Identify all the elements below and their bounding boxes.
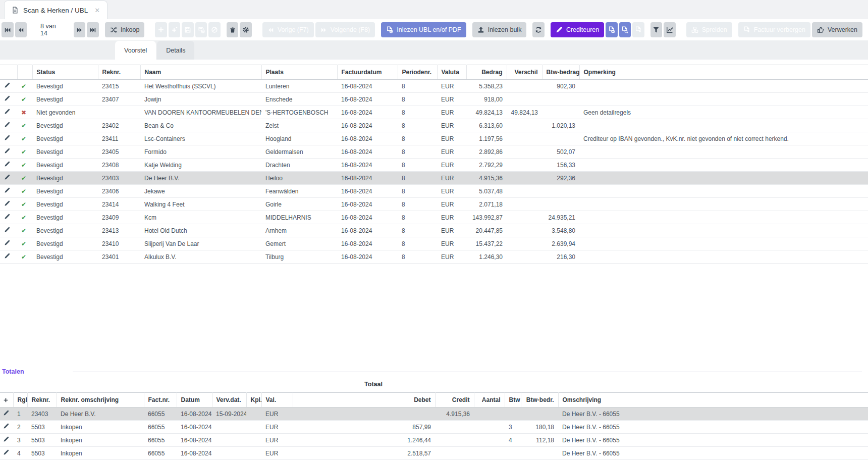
header-vervdat: Verv.dat. xyxy=(212,393,246,407)
totals-row[interactable]: 2 5503 Inkopen 66055 16-08-2024 EUR 857,… xyxy=(0,421,868,434)
edit-pencil-icon[interactable] xyxy=(4,214,10,220)
cell-periodenr: 8 xyxy=(398,224,437,237)
cell-aantal xyxy=(474,434,505,447)
save-new-button xyxy=(195,22,207,37)
fast-prev-button[interactable] xyxy=(15,22,27,37)
edit-pencil-icon[interactable] xyxy=(4,109,10,115)
crediteuren-button[interactable]: Crediteuren xyxy=(551,22,604,37)
header-periodenr: Periodenr. xyxy=(398,65,437,80)
proposal-row[interactable]: Bevestigd 23413 Hotel Old Dutch Arnhem 1… xyxy=(0,224,868,237)
last-record-button[interactable] xyxy=(87,22,99,37)
edit-pencil-icon[interactable] xyxy=(3,410,9,416)
inlezen-ubl-button[interactable]: Inlezen UBL en/of PDF xyxy=(381,22,466,37)
edit-cell xyxy=(0,106,17,119)
proposal-row[interactable]: Bevestigd 23405 Formido Geldermalsen 16-… xyxy=(0,145,868,159)
filter-button[interactable] xyxy=(650,22,663,37)
cell-kpl xyxy=(246,407,261,421)
cell-kpl xyxy=(246,434,261,447)
first-record-button[interactable] xyxy=(2,22,14,37)
header-reknr-omschrijving: Reknr. omschrijving xyxy=(57,393,144,407)
edit-pencil-icon[interactable] xyxy=(4,253,10,259)
proposal-row[interactable]: Bevestigd 23411 Lsc-Containers Hoogland … xyxy=(0,132,868,145)
cell-factnr: 66055 xyxy=(144,421,177,434)
cell-status: Bevestigd xyxy=(32,145,98,159)
header-btw: Btw xyxy=(505,393,521,407)
cell-plaats: Heiloo xyxy=(261,172,337,185)
proposal-row[interactable]: Niet gevonden VAN DOOREN KANTOORMEUBELEN… xyxy=(0,106,868,119)
cell-valuta: EUR xyxy=(437,132,466,145)
proposal-row[interactable]: Bevestigd 23401 Alkulux B.V. Tilburg 16-… xyxy=(0,250,868,264)
edit-pencil-icon[interactable] xyxy=(4,187,10,193)
edit-pencil-icon[interactable] xyxy=(4,122,10,128)
search-document-button[interactable] xyxy=(619,22,631,37)
cell-valuta: EUR xyxy=(437,93,466,106)
edit-cell xyxy=(0,80,17,93)
totals-row[interactable]: 1 23403 De Heer B.V. 66055 16-08-2024 15… xyxy=(0,407,868,421)
cell-verschil xyxy=(507,185,542,198)
edit-pencil-icon[interactable] xyxy=(4,135,10,141)
refresh-button[interactable] xyxy=(532,22,545,37)
proposal-row[interactable]: Bevestigd 23408 Katje Welding Drachten 1… xyxy=(0,159,868,172)
edit-pencil-icon[interactable] xyxy=(4,161,10,167)
tab-details[interactable]: Details xyxy=(157,41,194,60)
cell-val: EUR xyxy=(261,407,293,421)
verwerken-button[interactable]: Verwerken xyxy=(812,22,862,37)
window-tab-bar: Scan & Herken / UBL ✕ xyxy=(0,0,868,19)
cell-reknr: 23410 xyxy=(98,237,140,250)
cell-bedrag: 5.358,23 xyxy=(466,80,507,93)
cell-verschil xyxy=(507,250,542,264)
proposal-row[interactable]: Bevestigd 23410 Slijperij Van De Laar Ge… xyxy=(0,237,868,250)
view-document-button[interactable] xyxy=(606,22,618,37)
cell-reknr-omschrijving: Inkopen xyxy=(57,421,144,434)
cell-btw xyxy=(505,447,521,460)
proposal-row[interactable]: Bevestigd 23402 Bean & Co Zeist 16-08-20… xyxy=(0,119,868,132)
cell-bedrag: 2.792,29 xyxy=(466,159,507,172)
edit-cell xyxy=(0,237,17,250)
close-icon[interactable]: ✕ xyxy=(94,7,100,14)
cell-debet: 2.518,57 xyxy=(293,447,435,460)
proposal-row[interactable]: Bevestigd 23406 Jekawe Feanwâlden 16-08-… xyxy=(0,185,868,198)
proposal-row[interactable]: Bevestigd 23407 Jowijn Enschede 16-08-20… xyxy=(0,93,868,106)
fast-next-button[interactable] xyxy=(74,22,86,37)
edit-pencil-icon[interactable] xyxy=(3,449,9,455)
cell-factuurdatum: 16-08-2024 xyxy=(337,145,398,159)
cell-btw-bedrag: 24.935,21 xyxy=(542,211,579,224)
settings-button[interactable] xyxy=(240,22,252,37)
inkoop-button[interactable]: Inkoop xyxy=(105,22,145,37)
edit-cell xyxy=(0,421,13,434)
cell-datum: 16-08-2024 xyxy=(177,421,212,434)
totals-row[interactable]: 3 5503 Inkopen 66055 16-08-2024 EUR 1.24… xyxy=(0,434,868,447)
delete-button[interactable] xyxy=(227,22,239,37)
inlezen-bulk-button[interactable]: Inlezen bulk xyxy=(472,22,527,37)
cell-verschil xyxy=(507,80,542,93)
edit-pencil-icon[interactable] xyxy=(4,227,10,233)
header-add-line[interactable] xyxy=(0,393,13,407)
chart-button[interactable] xyxy=(664,22,676,37)
proposal-header-row: Status Reknr. Naam Plaats Factuurdatum P… xyxy=(0,65,868,80)
edit-pencil-icon[interactable] xyxy=(3,423,9,429)
cell-btw-bedrag: 156,33 xyxy=(542,159,579,172)
proposal-row[interactable]: Bevestigd 23409 Kcm MIDDELHARNIS 16-08-2… xyxy=(0,211,868,224)
cell-bedrag: 918,00 xyxy=(466,93,507,106)
cell-opmerking xyxy=(579,93,868,106)
proposal-row[interactable]: Bevestigd 23414 Walking 4 Feet Goirle 16… xyxy=(0,198,868,211)
cell-datum: 16-08-2024 xyxy=(177,434,212,447)
edit-pencil-icon[interactable] xyxy=(4,95,10,101)
cell-reknr xyxy=(98,106,140,119)
tab-voorstel[interactable]: Voorstel xyxy=(115,41,156,60)
edit-pencil-icon[interactable] xyxy=(3,436,9,442)
cell-naam: Jowijn xyxy=(140,93,261,106)
proposal-row[interactable]: Bevestigd 23403 De Heer B.V. Heiloo 16-0… xyxy=(0,172,868,185)
cell-verschil xyxy=(507,172,542,185)
edit-pencil-icon[interactable] xyxy=(4,148,10,154)
edit-pencil-icon[interactable] xyxy=(4,200,10,207)
edit-pencil-icon[interactable] xyxy=(4,82,10,88)
edit-pencil-icon[interactable] xyxy=(4,174,10,180)
totals-row[interactable]: 4 5503 Inkopen 66055 16-08-2024 EUR 2.51… xyxy=(0,447,868,460)
vorige-button: Vorige (F7) xyxy=(262,22,314,37)
proposal-row[interactable]: Bevestigd 23415 Het Westhoffhuis (SSCVL)… xyxy=(0,80,868,93)
cell-btw xyxy=(505,407,521,421)
cell-bedrag: 143.992,87 xyxy=(466,211,507,224)
edit-pencil-icon[interactable] xyxy=(4,240,10,246)
window-tab-scan-herken[interactable]: Scan & Herken / UBL ✕ xyxy=(4,1,107,19)
